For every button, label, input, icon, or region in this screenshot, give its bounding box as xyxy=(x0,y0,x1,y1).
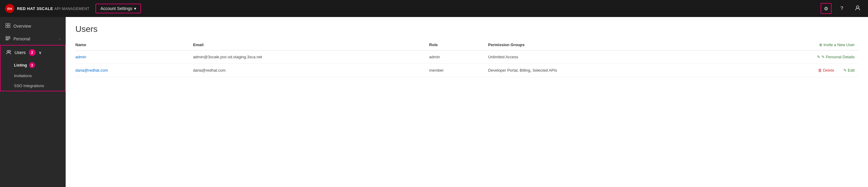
admin-link[interactable]: admin xyxy=(75,54,86,59)
svg-text:RH: RH xyxy=(7,7,12,11)
top-nav-icons: ⚙ ? xyxy=(820,3,863,14)
col-permissions: Permission Groups xyxy=(488,40,724,50)
sidebar-item-overview-label: Overview xyxy=(13,24,60,29)
daria-link[interactable]: daria@redhat.com xyxy=(75,68,108,73)
listing-badge: 3 xyxy=(29,62,35,68)
delete-label: Delete xyxy=(823,68,834,73)
brand-name: RED HAT 3SCALEAPI MANAGEMENT xyxy=(17,6,89,11)
sidebar: Overview Personal › Users 2 ∨ Listing 3 xyxy=(0,17,66,187)
svg-point-11 xyxy=(9,50,11,52)
row-admin-role: admin xyxy=(429,50,488,64)
row-daria-role: member xyxy=(429,64,488,77)
overview-icon xyxy=(5,23,10,29)
sidebar-item-personal[interactable]: Personal › xyxy=(0,33,66,45)
table-row: daria@redhat.com daria@redhat.com member… xyxy=(75,64,858,77)
page-title: Users xyxy=(75,24,858,34)
redhat-logo: RH xyxy=(5,4,14,13)
edit-label: Edit xyxy=(848,68,855,73)
trash-icon: 🗑 xyxy=(818,68,822,73)
personal-details-link[interactable]: ✎ ✎ Personal Details xyxy=(817,54,855,59)
user-button[interactable] xyxy=(852,3,863,14)
row-admin-permissions: Unlimited Access xyxy=(488,50,724,64)
users-badge: 2 xyxy=(29,49,36,56)
user-icon xyxy=(855,5,860,12)
brand: RH RED HAT 3SCALEAPI MANAGEMENT xyxy=(5,4,89,13)
users-icon xyxy=(6,50,11,55)
personal-icon xyxy=(5,36,10,41)
svg-rect-8 xyxy=(6,38,10,39)
edit-daria-link[interactable]: ✎ Edit xyxy=(843,68,855,73)
svg-rect-6 xyxy=(8,26,10,28)
help-icon: ? xyxy=(841,6,843,11)
sidebar-sub-item-invitations[interactable]: Invitations xyxy=(1,71,65,81)
svg-point-10 xyxy=(7,50,9,52)
sidebar-item-overview[interactable]: Overview xyxy=(0,20,66,33)
main-layout: Overview Personal › Users 2 ∨ Listing 3 xyxy=(0,17,868,187)
sidebar-item-users[interactable]: Users 2 ∨ xyxy=(1,45,65,60)
col-name: Name xyxy=(75,40,193,50)
sidebar-sub-item-sso[interactable]: SSO Integrations xyxy=(1,81,65,91)
col-role: Role xyxy=(429,40,488,50)
sso-label: SSO Integrations xyxy=(14,83,44,88)
row-daria-actions: 🗑 Delete ✎ Edit xyxy=(724,64,858,77)
row-admin-email: admin@3scale.poc-sd.staging.3sca.net xyxy=(193,50,429,64)
row-admin-actions: ✎ ✎ Personal Details xyxy=(724,50,858,64)
edit-pencil-icon: ✎ xyxy=(843,68,847,73)
account-settings-dropdown[interactable]: Account Settings ▾ xyxy=(95,4,141,13)
row-daria-permissions: Developer Portal, Billing, Selected APIs xyxy=(488,64,724,77)
invite-new-user-link[interactable]: ⊕ Invite a New User xyxy=(819,42,855,47)
sidebar-item-personal-label: Personal xyxy=(13,36,56,41)
row-admin-name: admin xyxy=(75,50,193,64)
account-settings-label: Account Settings xyxy=(100,6,132,11)
pencil-icon: ✎ xyxy=(817,54,820,59)
svg-rect-5 xyxy=(6,26,8,28)
row-daria-name: daria@redhat.com xyxy=(75,64,193,77)
col-email: Email xyxy=(193,40,429,50)
gear-icon: ⚙ xyxy=(824,6,828,11)
personal-arrow: › xyxy=(59,37,60,41)
sidebar-sub-item-listing[interactable]: Listing 3 xyxy=(1,60,65,71)
svg-point-2 xyxy=(857,6,859,8)
main-content: Users Name Email Role Permission Groups … xyxy=(66,17,868,187)
svg-rect-3 xyxy=(6,24,8,25)
help-button[interactable]: ? xyxy=(836,3,847,14)
row-daria-email: daria@redhat.com xyxy=(193,64,429,77)
col-actions: ⊕ Invite a New User xyxy=(724,40,858,50)
svg-rect-4 xyxy=(8,24,10,25)
users-arrow: ∨ xyxy=(39,50,42,55)
top-nav: RH RED HAT 3SCALEAPI MANAGEMENT Account … xyxy=(0,0,868,17)
personal-details-label: ✎ Personal Details xyxy=(822,54,855,59)
sidebar-users-section: Users 2 ∨ Listing 3 Invitations SSO Inte… xyxy=(0,45,66,91)
account-settings-chevron: ▾ xyxy=(134,6,136,11)
svg-rect-9 xyxy=(6,39,8,40)
daria-actions-group: 🗑 Delete ✎ Edit xyxy=(724,68,855,73)
invitations-label: Invitations xyxy=(14,73,32,78)
users-table: Name Email Role Permission Groups ⊕ Invi… xyxy=(75,40,858,77)
gear-button[interactable]: ⚙ xyxy=(820,3,832,14)
table-row: admin admin@3scale.poc-sd.staging.3sca.n… xyxy=(75,50,858,64)
svg-rect-7 xyxy=(6,36,10,37)
delete-daria-link[interactable]: 🗑 Delete xyxy=(818,68,834,73)
listing-label: Listing xyxy=(14,63,27,67)
sidebar-users-label: Users xyxy=(14,50,26,55)
